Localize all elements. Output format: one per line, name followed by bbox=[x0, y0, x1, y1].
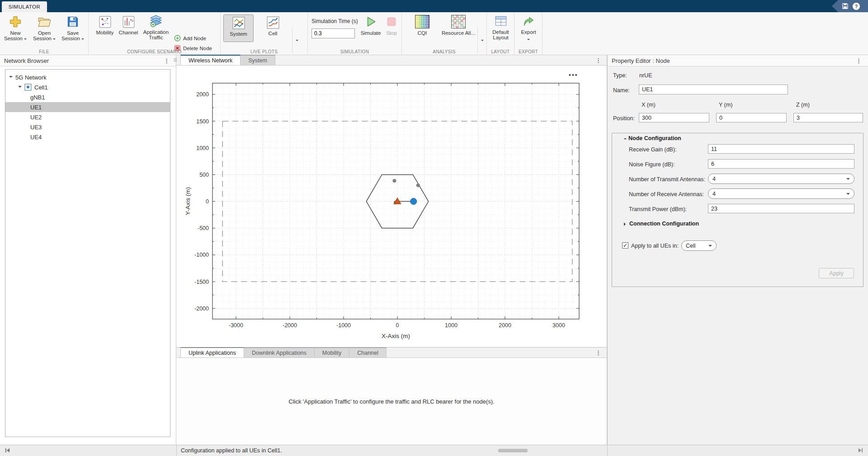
tree-item-label: Cell1 bbox=[34, 84, 48, 91]
canvas-tab-bar: Wireless Network System ⋮ bbox=[176, 55, 607, 66]
tab-mobility[interactable]: Mobility bbox=[315, 347, 349, 357]
mobility-button[interactable]: Mobility bbox=[93, 16, 117, 35]
transmit-power-field[interactable] bbox=[708, 204, 854, 213]
tree-item-cell1[interactable]: Cell1 bbox=[5, 82, 170, 92]
resource-allocation-label: Resource All... bbox=[440, 30, 477, 36]
node-configuration-section[interactable]: Node Configuration bbox=[624, 135, 681, 141]
default-layout-button[interactable]: Default Layout bbox=[488, 15, 513, 40]
num-receive-antennas-dropdown[interactable]: 4 bbox=[708, 188, 854, 199]
apply-to-all-checkbox[interactable]: ✓ bbox=[622, 242, 628, 249]
apply-to-all-label: Apply to all UEs in: bbox=[631, 243, 679, 249]
tab-system[interactable]: System bbox=[241, 55, 275, 65]
quick-access-toolbar: ? bbox=[832, 0, 868, 12]
save-session-button[interactable]: Save Session bbox=[61, 15, 85, 41]
quick-save-icon[interactable] bbox=[842, 3, 849, 9]
skip-to-start-icon[interactable] bbox=[5, 447, 10, 453]
receive-gain-field[interactable] bbox=[708, 144, 854, 154]
tree-item-5g-network[interactable]: 5G Network bbox=[5, 72, 170, 82]
new-session-button[interactable]: New Session bbox=[4, 15, 27, 41]
horizontal-scrollbar-thumb[interactable] bbox=[498, 449, 528, 452]
network-plot[interactable]: -3000-2000-10000100020003000-2000-1500-1… bbox=[176, 66, 607, 347]
application-traffic-icon bbox=[149, 15, 163, 28]
node-marker-ue2[interactable] bbox=[392, 179, 396, 183]
cqi-grid-icon bbox=[415, 15, 429, 28]
tree-item-ue2[interactable]: UE2 bbox=[5, 112, 170, 122]
position-z-field[interactable] bbox=[793, 113, 863, 122]
noise-figure-field[interactable] bbox=[708, 159, 854, 169]
simulate-label: Simulate bbox=[359, 30, 383, 36]
ribbon-section-simulation: Simulation Time (s) Simulate Stop SIMULA… bbox=[308, 12, 402, 55]
stop-button[interactable]: Stop bbox=[383, 15, 400, 36]
system-plot-label: System bbox=[224, 31, 253, 37]
help-icon[interactable]: ? bbox=[853, 3, 860, 10]
open-session-icon bbox=[38, 15, 51, 28]
applications-hint-message: Click 'Application Traffic' to configure… bbox=[176, 398, 607, 405]
property-editor-title: Property Editor : Node bbox=[612, 57, 670, 64]
cqi-button[interactable]: CQI bbox=[409, 15, 435, 36]
svg-text:-1000: -1000 bbox=[336, 322, 351, 329]
applications-panel-menu-icon[interactable]: ⋮ bbox=[595, 350, 601, 356]
name-label: Name: bbox=[613, 87, 630, 94]
tab-downlink-applications[interactable]: Downlink Applications bbox=[244, 347, 315, 357]
property-editor-menu-icon[interactable]: ⋮ bbox=[856, 58, 862, 64]
ribbon-section-configure-scenario: Mobility Channel Application Traffic Add… bbox=[89, 12, 221, 55]
application-traffic-label2: Traffic bbox=[141, 35, 171, 40]
expand-caret-icon[interactable] bbox=[9, 76, 13, 80]
network-browser-menu-icon[interactable]: ⋮ bbox=[164, 58, 170, 64]
resource-allocation-button[interactable]: Resource All... bbox=[440, 15, 477, 36]
export-label: Export bbox=[516, 29, 541, 35]
simulation-time-input[interactable] bbox=[311, 28, 355, 38]
tree-item-ue1-selected[interactable]: UE1 bbox=[5, 102, 170, 112]
system-plot-toggle[interactable]: System bbox=[223, 14, 254, 42]
cell-plot-toggle[interactable]: Cell bbox=[258, 14, 288, 42]
tree-item-label: gNB1 bbox=[30, 94, 45, 101]
canvas-panel-menu-icon[interactable]: ⋮ bbox=[595, 57, 601, 63]
dropdown-caret-icon bbox=[81, 38, 84, 41]
application-traffic-button[interactable]: Application Traffic bbox=[141, 15, 171, 40]
plot-options-icon[interactable]: ••• bbox=[569, 71, 578, 79]
dropdown-caret-icon bbox=[708, 245, 712, 249]
num-transmit-antennas-label: Number of Transmit Antennas: bbox=[629, 176, 705, 183]
title-bar: SIMULATOR ? bbox=[0, 0, 868, 12]
channel-button[interactable]: Channel bbox=[117, 16, 140, 35]
svg-text:-500: -500 bbox=[198, 225, 209, 231]
apply-button[interactable]: Apply bbox=[819, 268, 854, 278]
export-button[interactable]: Export bbox=[516, 15, 541, 43]
stop-label: Stop bbox=[383, 30, 400, 36]
section-label-file: FILE bbox=[0, 49, 88, 54]
ribbon-toolbar: New Session Open Session Save Session FI… bbox=[0, 12, 868, 55]
default-layout-icon bbox=[495, 15, 507, 28]
add-node-icon bbox=[174, 35, 181, 42]
num-transmit-antennas-dropdown[interactable]: 4 bbox=[708, 174, 854, 184]
y-axis-label: Y-Axis (m) bbox=[184, 187, 191, 215]
tab-uplink-applications[interactable]: Uplink Applications bbox=[180, 347, 244, 357]
simulate-button[interactable]: Simulate bbox=[359, 15, 383, 36]
vertical-splitter-handle[interactable] bbox=[174, 56, 177, 63]
tab-simulator[interactable]: SIMULATOR bbox=[2, 1, 47, 12]
tab-wireless-network[interactable]: Wireless Network bbox=[180, 55, 241, 65]
add-node-button[interactable]: Add Node bbox=[174, 35, 206, 42]
connection-configuration-section[interactable]: Connection Configuration bbox=[624, 221, 699, 227]
skip-to-end-icon[interactable] bbox=[858, 447, 863, 453]
svg-text:1500: 1500 bbox=[196, 118, 209, 125]
node-marker-ue1[interactable] bbox=[410, 198, 417, 205]
tree-item-label: UE1 bbox=[30, 104, 42, 111]
section-collapse-caret-icon bbox=[624, 138, 627, 141]
position-x-field[interactable] bbox=[639, 113, 709, 122]
svg-text:-1000: -1000 bbox=[194, 252, 209, 258]
num-receive-antennas-label: Number of Receive Antennas: bbox=[629, 191, 704, 197]
section-label-simulation: SIMULATION bbox=[308, 49, 401, 54]
apply-scope-dropdown[interactable]: Cell bbox=[681, 240, 717, 251]
tree-item-ue4[interactable]: UE4 bbox=[5, 132, 170, 142]
position-y-field[interactable] bbox=[716, 113, 787, 122]
tree-item-gnb1[interactable]: gNB1 bbox=[5, 92, 170, 102]
tree-item-ue3[interactable]: UE3 bbox=[5, 122, 170, 132]
tab-channel[interactable]: Channel bbox=[349, 347, 387, 357]
network-browser-header: Network Browser ⋮ bbox=[0, 55, 176, 66]
application-traffic-label1: Application bbox=[141, 29, 171, 35]
node-marker-ue3[interactable] bbox=[416, 183, 420, 187]
noise-figure-label: Noise Figure (dB): bbox=[629, 161, 675, 168]
expand-caret-icon[interactable] bbox=[18, 86, 22, 89]
name-field[interactable] bbox=[639, 85, 788, 94]
open-session-button[interactable]: Open Session bbox=[32, 15, 57, 41]
